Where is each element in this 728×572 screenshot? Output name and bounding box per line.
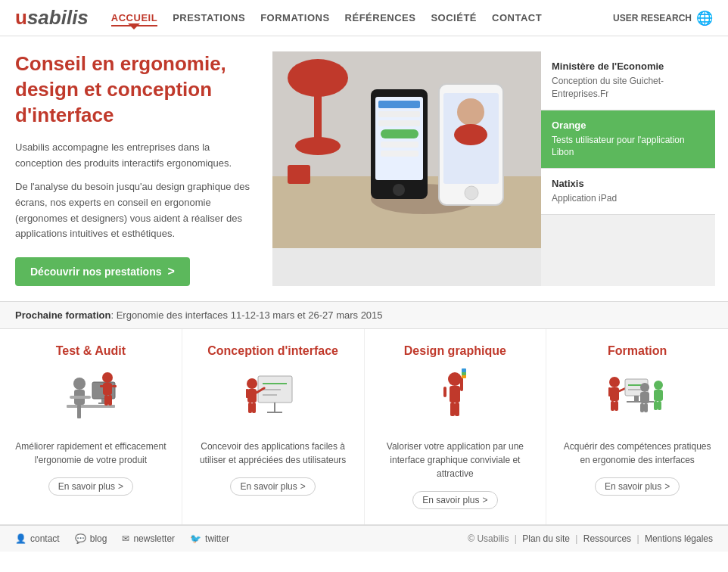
- user-research-label: USER RESEARCH: [613, 13, 692, 23]
- logo[interactable]: usabilis: [15, 6, 89, 30]
- case-title: Ministère de l'Economie: [552, 61, 705, 72]
- service-more-button[interactable]: En savoir plus: [595, 477, 680, 496]
- svg-rect-57: [610, 387, 619, 401]
- footer-twitter-label: twitter: [205, 533, 229, 544]
- service-more-button[interactable]: En savoir plus: [48, 477, 133, 496]
- svg-point-67: [640, 383, 649, 392]
- case-study-natixis[interactable]: Natixis Application iPad: [541, 169, 715, 215]
- formation-bar: Prochaine formation: Ergonomie des inter…: [0, 301, 728, 329]
- svg-rect-61: [614, 401, 618, 411]
- case-title: Natixis: [552, 178, 705, 189]
- hero-illustration: [272, 51, 541, 248]
- footer-newsletter-label: newsletter: [133, 533, 175, 544]
- nav-societe[interactable]: SOCIÉTÉ: [431, 12, 477, 23]
- hero-para1: Usabilis accompagne les entreprises dans…: [15, 140, 257, 172]
- svg-rect-12: [381, 129, 418, 138]
- svg-rect-49: [443, 387, 446, 397]
- svg-rect-68: [640, 392, 649, 403]
- svg-rect-9: [378, 101, 420, 108]
- discover-button[interactable]: Découvrir nos prestations: [15, 257, 190, 286]
- footer-sep3: |: [636, 533, 639, 544]
- service-title: Conception d'interface: [194, 344, 352, 358]
- svg-rect-11: [378, 120, 420, 126]
- svg-rect-23: [70, 396, 91, 399]
- case-study-orange[interactable]: Orange Tests utilisateur pour l'applicat…: [541, 110, 715, 169]
- svg-rect-33: [104, 395, 108, 406]
- hero-para2: De l'analyse du besoin jusqu'au design g…: [15, 179, 257, 242]
- case-title: Orange: [552, 120, 705, 131]
- footer-twitter-link[interactable]: 🐦 twitter: [190, 533, 229, 544]
- svg-point-21: [73, 378, 86, 390]
- case-desc: Tests utilisateur pour l'application Lib…: [552, 134, 705, 160]
- svg-point-71: [654, 381, 663, 390]
- svg-point-15: [393, 184, 405, 196]
- nav-contact[interactable]: CONTACT: [492, 12, 542, 23]
- svg-rect-27: [67, 405, 115, 408]
- service-conception: Conception d'interface Conce: [182, 329, 365, 524]
- footer-blog-link[interactable]: 💬 blog: [75, 533, 107, 544]
- footer-newsletter-link[interactable]: ✉ newsletter: [122, 533, 175, 544]
- footer-right: © Usabilis | Plan du site | Ressources |…: [468, 533, 713, 544]
- nav-references[interactable]: RÉFÉRENCES: [345, 12, 416, 23]
- svg-rect-31: [100, 385, 104, 387]
- hero-section: Conseil en ergonomie, design et concepti…: [0, 36, 728, 301]
- svg-rect-59: [608, 387, 611, 396]
- footer-blog-label: blog: [90, 533, 107, 544]
- chat-icon: 💬: [75, 533, 86, 544]
- footer-mentions-link[interactable]: Mentions légales: [645, 533, 713, 544]
- main-nav: ACCUEIL PRESTATIONS FORMATIONS RÉFÉRENCE…: [111, 12, 613, 23]
- svg-point-4: [295, 137, 341, 155]
- service-icon-test: [53, 368, 129, 429]
- svg-point-20: [465, 186, 478, 200]
- footer-contact-link[interactable]: 👤 contact: [15, 533, 60, 544]
- svg-rect-60: [611, 401, 614, 411]
- svg-rect-72: [654, 390, 663, 401]
- formation-text: : Ergonomie des interfaces 11-12-13 mars…: [110, 309, 382, 321]
- footer-sep: |: [515, 533, 517, 544]
- mail-icon: ✉: [122, 533, 129, 544]
- services-section: Test & Audit: [0, 329, 728, 525]
- formation-label: Prochaine formation: [15, 309, 110, 321]
- footer-sep2: |: [575, 533, 577, 544]
- service-icon-conception: [235, 368, 311, 429]
- case-desc: Conception du site Guichet-Entreprises.F…: [552, 75, 705, 101]
- service-test-audit: Test & Audit: [0, 329, 182, 524]
- footer-ressources-link[interactable]: Ressources: [583, 533, 631, 544]
- svg-rect-28: [77, 405, 81, 418]
- svg-point-47: [448, 372, 462, 386]
- user-research-link[interactable]: USER RESEARCH 🌐: [613, 10, 713, 26]
- twitter-icon: 🐦: [190, 533, 201, 544]
- svg-rect-45: [248, 403, 252, 413]
- service-icon-formation: [599, 368, 675, 429]
- copyright: © Usabilis: [468, 533, 509, 544]
- svg-rect-55: [455, 403, 459, 416]
- svg-rect-70: [644, 403, 648, 412]
- service-formation: Formation: [546, 329, 728, 524]
- svg-point-18: [457, 98, 484, 126]
- svg-rect-42: [247, 389, 257, 403]
- svg-point-29: [102, 372, 113, 383]
- svg-rect-10: [378, 111, 420, 117]
- svg-rect-69: [640, 403, 644, 412]
- service-more-button[interactable]: En savoir plus: [412, 491, 497, 509]
- service-title: Test & Audit: [12, 344, 170, 358]
- svg-rect-44: [246, 389, 248, 398]
- footer-plan-link[interactable]: Plan du site: [522, 533, 570, 544]
- service-more-button[interactable]: En savoir plus: [230, 477, 315, 496]
- case-study-ministere[interactable]: Ministère de l'Economie Conception du si…: [541, 51, 715, 110]
- service-title: Formation: [558, 344, 716, 358]
- phone-mockup: [272, 51, 541, 248]
- hero-case-studies: Ministère de l'Economie Conception du si…: [541, 51, 715, 286]
- hero-title: Conseil en ergonomie, design et concepti…: [15, 51, 257, 128]
- svg-rect-53: [462, 368, 466, 372]
- svg-point-19: [454, 124, 487, 145]
- svg-rect-32: [112, 385, 117, 387]
- svg-point-56: [609, 377, 620, 387]
- hero-left: Conseil en ergonomie, design et concepti…: [15, 51, 272, 286]
- nav-formations[interactable]: FORMATIONS: [260, 12, 329, 23]
- svg-rect-48: [450, 386, 460, 403]
- svg-rect-50: [460, 378, 463, 391]
- service-desc: Valoriser votre application par une inte…: [377, 440, 534, 480]
- svg-rect-3: [314, 78, 322, 146]
- nav-prestations[interactable]: PRESTATIONS: [173, 12, 245, 23]
